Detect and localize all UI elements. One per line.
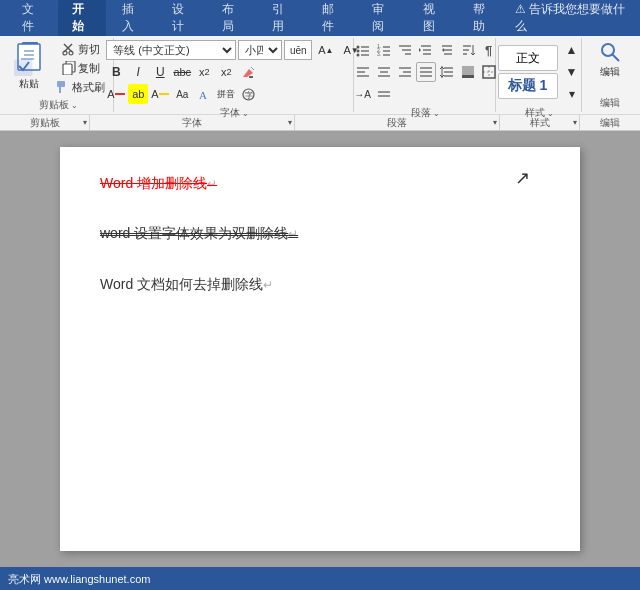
rl-font-expand[interactable]: ▾ (288, 118, 292, 127)
rl-clipboard-expand[interactable]: ▾ (83, 118, 87, 127)
font-size-select[interactable]: 小四 (238, 40, 282, 60)
superscript-button[interactable]: x2 (216, 62, 236, 82)
svg-point-21 (356, 50, 359, 53)
justify-button[interactable] (416, 62, 436, 82)
line2-paragraph: word 设置字体效果为双删除线↵ (100, 221, 540, 246)
font-size-input[interactable] (284, 40, 312, 60)
svg-point-19 (356, 46, 359, 49)
ribbon-labels-row: 剪贴板 ▾ 字体 ▾ 段落 ▾ 样式 ▾ 编辑 (0, 114, 640, 130)
tab-home[interactable]: 开始 (58, 0, 106, 36)
style-heading1-button[interactable]: 标题 1 (498, 73, 558, 99)
line2-mark: ↵ (288, 227, 298, 241)
italic-button[interactable]: I (128, 62, 148, 82)
strikethrough-button[interactable]: abc (172, 62, 192, 82)
paste-label: 粘贴 (19, 77, 39, 91)
ribbon: 粘贴 剪切 (0, 36, 640, 131)
font-size-aa-button[interactable]: Aa (172, 84, 192, 104)
group-paragraph: 1. 2. 3. (356, 38, 496, 112)
align-right-button[interactable] (395, 62, 415, 82)
line1-mark: ↵ (207, 177, 217, 191)
highlight-button[interactable]: ab (128, 84, 148, 104)
shading-button[interactable] (458, 62, 478, 82)
font-row3: A ab A Aa A 拼音 字 (106, 84, 363, 104)
font-row1: 等线 (中文正文) 小四 A▲ A▼ (106, 40, 363, 60)
svg-rect-2 (24, 50, 34, 52)
tab-insert[interactable]: 插入 (108, 0, 156, 36)
rl-clipboard-text: 剪贴板 (30, 116, 60, 130)
tab-layout[interactable]: 布局 (208, 0, 256, 36)
align-center-button[interactable] (374, 62, 394, 82)
styles-content: 正文 标题 1 ▲ ▼ ▾ (498, 40, 582, 104)
font-row2: B I U abc x2 x2 (106, 62, 363, 82)
line-spacing-button[interactable] (437, 62, 457, 82)
char-bg-button[interactable]: A (150, 84, 170, 104)
multilevel-list-button[interactable] (395, 40, 415, 60)
text-direction-button[interactable]: →A (353, 84, 373, 104)
group-clipboard: 粘贴 剪切 (4, 38, 114, 112)
text-align2-button[interactable] (374, 84, 394, 104)
style-normal-button[interactable]: 正文 (498, 45, 558, 71)
styles-scroll-up-button[interactable]: ▲ (562, 40, 582, 60)
rl-paragraph-expand[interactable]: ▾ (493, 118, 497, 127)
paragraph-buttons: 1. 2. 3. (353, 40, 499, 104)
text-effect-button[interactable]: A (194, 84, 214, 104)
bold-button[interactable]: B (106, 62, 126, 82)
document-content[interactable]: Word 增加删除线↵ word 设置字体效果为双删除线↵ Word 文档如何去… (100, 171, 540, 297)
copy-label: 复制 (78, 61, 100, 76)
styles-scroll-down-button[interactable]: ▼ (562, 62, 582, 82)
rl-font-text: 字体 (182, 116, 202, 130)
ribbon-toolbar: 粘贴 剪切 (0, 36, 640, 114)
rl-styles-expand[interactable]: ▾ (573, 118, 577, 127)
para-row1: 1. 2. 3. (353, 40, 499, 60)
title-right: ⚠ 告诉我您想要做什么 (515, 1, 640, 35)
tab-file[interactable]: 文件 (8, 0, 56, 36)
svg-text:字: 字 (245, 91, 253, 100)
line3-paragraph: Word 文档如何去掉删除线↵ (100, 272, 540, 297)
tab-ref[interactable]: 引用 (258, 0, 306, 36)
clear-format-button[interactable] (238, 62, 258, 82)
font-name-select[interactable]: 等线 (中文正文) (106, 40, 236, 60)
subscript-button[interactable]: x2 (194, 62, 214, 82)
decrease-indent-button[interactable] (416, 40, 436, 60)
styles-area: 正文 标题 1 ▲ ▼ ▾ (498, 40, 582, 104)
phonetic-button[interactable]: 拼音 (216, 84, 236, 104)
document-page[interactable]: ↗ Word 增加删除线↵ word 设置字体效果为双删除线↵ Word 文档如… (60, 147, 580, 551)
paragraph-content: 1. 2. 3. (353, 40, 499, 104)
clipboard-content: 粘贴 剪切 (8, 40, 109, 96)
svg-rect-3 (24, 54, 34, 56)
svg-point-9 (69, 51, 73, 55)
encircle-button[interactable]: 字 (238, 84, 258, 104)
ribbon-tabs: 文件 开始 插入 设计 布局 引用 邮件 审阅 视图 帮助 (0, 0, 515, 36)
paste-button[interactable]: 粘贴 (8, 40, 50, 94)
tab-view[interactable]: 视图 (409, 0, 457, 36)
svg-rect-12 (57, 81, 65, 87)
svg-line-66 (613, 55, 620, 62)
svg-text:3.: 3. (377, 51, 381, 57)
tab-mail[interactable]: 邮件 (308, 0, 356, 36)
font-content: 等线 (中文正文) 小四 A▲ A▼ B I U abc (106, 40, 363, 104)
show-marks-button[interactable]: ¶ (479, 40, 499, 60)
rl-editing: 编辑 (580, 115, 640, 130)
line3-text: Word 文档如何去掉删除线 (100, 276, 263, 292)
sort-button[interactable] (458, 40, 478, 60)
rl-clipboard: 剪贴板 ▾ (0, 115, 90, 130)
tab-design[interactable]: 设计 (158, 0, 206, 36)
find-button[interactable]: 编辑 (590, 40, 630, 80)
tab-help[interactable]: 帮助 (459, 0, 507, 36)
underline-button[interactable]: U (150, 62, 170, 82)
group-editing: 编辑 编辑 (584, 38, 636, 112)
svg-rect-59 (462, 75, 474, 78)
paste-icon (13, 43, 45, 75)
align-left-button[interactable] (353, 62, 373, 82)
tab-review[interactable]: 审阅 (358, 0, 406, 36)
increase-indent-button[interactable] (437, 40, 457, 60)
copy-button[interactable]: 复制 (52, 59, 109, 77)
font-size-up-button[interactable]: A▲ (314, 41, 337, 59)
styles-expand-button[interactable]: ▾ (562, 84, 582, 104)
format-painter-button[interactable]: 格式刷 (52, 78, 109, 96)
border-button[interactable] (479, 62, 499, 82)
cut-button[interactable]: 剪切 (52, 40, 109, 58)
bullet-list-button[interactable] (353, 40, 373, 60)
numbered-list-button[interactable]: 1. 2. 3. (374, 40, 394, 60)
font-color-button[interactable]: A (106, 84, 126, 104)
